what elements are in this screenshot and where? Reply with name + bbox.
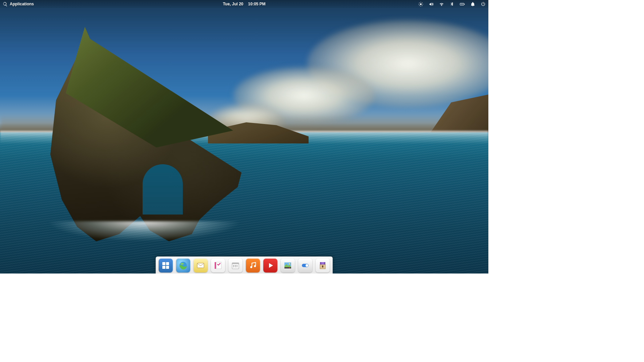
night-light-indicator[interactable] bbox=[418, 2, 423, 7]
session-indicator[interactable] bbox=[481, 2, 486, 7]
svg-rect-27 bbox=[235, 266, 236, 267]
dock-item-calendar[interactable] bbox=[228, 258, 243, 273]
dock-item-settings[interactable] bbox=[298, 258, 312, 273]
switch-icon bbox=[301, 261, 309, 269]
mail-icon bbox=[197, 261, 205, 269]
svg-rect-22 bbox=[232, 263, 239, 264]
music-icon bbox=[249, 261, 257, 269]
dock-item-music[interactable] bbox=[246, 258, 260, 273]
svg-line-7 bbox=[419, 5, 420, 6]
svg-line-5 bbox=[419, 2, 420, 3]
svg-rect-25 bbox=[236, 265, 237, 266]
svg-point-17 bbox=[180, 263, 184, 265]
applications-label: Applications bbox=[10, 2, 34, 6]
svg-rect-41 bbox=[321, 262, 324, 264]
globe-icon bbox=[179, 261, 187, 269]
svg-rect-15 bbox=[166, 266, 169, 269]
system-tray bbox=[418, 2, 486, 7]
bell-icon bbox=[470, 2, 475, 7]
svg-line-8 bbox=[422, 2, 422, 3]
volume-icon bbox=[429, 2, 434, 7]
svg-line-6 bbox=[422, 5, 422, 6]
svg-rect-26 bbox=[233, 266, 234, 267]
svg-marker-31 bbox=[269, 263, 273, 268]
wifi-icon bbox=[439, 2, 444, 7]
bluetooth-indicator[interactable] bbox=[449, 2, 454, 7]
top-panel: Applications Tue, Jul 20 10:05 PM bbox=[0, 0, 488, 8]
svg-rect-13 bbox=[166, 262, 169, 265]
notifications-indicator[interactable] bbox=[470, 2, 475, 7]
photos-icon bbox=[284, 261, 292, 269]
dock-item-appcenter[interactable] bbox=[316, 258, 330, 273]
play-icon bbox=[266, 261, 274, 269]
desktop-wallpaper bbox=[0, 0, 488, 274]
tasks-icon bbox=[214, 261, 222, 269]
svg-rect-20 bbox=[216, 262, 221, 269]
search-icon bbox=[3, 2, 8, 7]
svg-point-34 bbox=[289, 263, 290, 264]
dock-item-web-browser[interactable] bbox=[176, 258, 190, 273]
clock[interactable]: Tue, Jul 20 10:05 PM bbox=[223, 2, 265, 6]
clock-date: Tue, Jul 20 bbox=[223, 2, 243, 6]
network-indicator[interactable] bbox=[439, 2, 444, 7]
power-icon bbox=[481, 2, 486, 7]
svg-point-29 bbox=[250, 266, 252, 268]
dock bbox=[156, 256, 333, 274]
svg-point-38 bbox=[306, 264, 308, 267]
svg-rect-35 bbox=[284, 267, 291, 268]
sound-indicator[interactable] bbox=[429, 2, 434, 7]
applications-menu[interactable]: Applications bbox=[3, 2, 34, 7]
dock-item-multitasking[interactable] bbox=[159, 258, 173, 273]
svg-rect-14 bbox=[162, 266, 165, 269]
multitasking-icon bbox=[162, 261, 170, 269]
power-indicator[interactable] bbox=[460, 2, 465, 7]
svg-rect-12 bbox=[162, 262, 165, 265]
appcenter-icon bbox=[319, 261, 327, 269]
dock-item-tasks[interactable] bbox=[211, 258, 225, 273]
dock-item-photos[interactable] bbox=[281, 258, 295, 273]
svg-point-30 bbox=[254, 265, 256, 267]
svg-rect-42 bbox=[322, 265, 323, 267]
svg-rect-28 bbox=[236, 266, 237, 267]
svg-rect-23 bbox=[233, 265, 234, 266]
svg-point-36 bbox=[289, 267, 290, 268]
bluetooth-icon bbox=[449, 2, 454, 7]
svg-marker-11 bbox=[462, 3, 463, 5]
svg-rect-24 bbox=[235, 265, 236, 266]
svg-point-0 bbox=[420, 3, 422, 5]
brightness-icon bbox=[418, 2, 423, 7]
dock-item-mail[interactable] bbox=[194, 258, 208, 273]
clock-time: 10:05 PM bbox=[248, 2, 266, 6]
svg-rect-18 bbox=[197, 263, 204, 268]
svg-rect-10 bbox=[464, 4, 465, 4]
svg-rect-19 bbox=[215, 262, 216, 269]
battery-charging-icon bbox=[460, 2, 465, 7]
calendar-icon bbox=[231, 261, 239, 269]
dock-item-videos[interactable] bbox=[263, 258, 277, 273]
